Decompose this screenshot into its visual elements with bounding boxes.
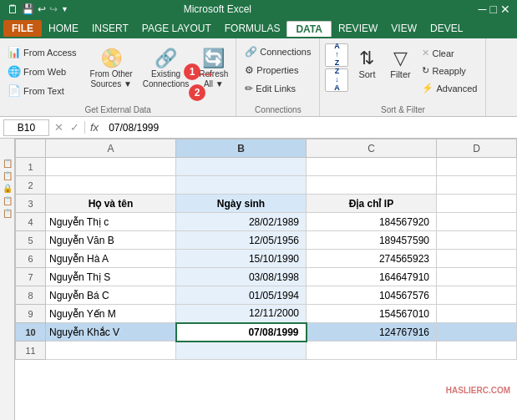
cell-c5[interactable]: 189457590 (307, 231, 437, 250)
row-num-2: 2 (16, 176, 46, 195)
cell-d9[interactable] (437, 305, 517, 323)
cell-d10[interactable] (437, 323, 517, 342)
cell-c10[interactable]: 124767916 (307, 323, 437, 342)
cell-reference-input[interactable] (3, 119, 49, 136)
connections-icon: 🔗 (245, 46, 257, 58)
sort-icon: ⇅ (359, 48, 374, 69)
reapply-button[interactable]: ↻ Reapply (418, 63, 480, 78)
strip-icon-5[interactable]: 📋 (3, 209, 13, 218)
cell-c8[interactable]: 104567576 (307, 286, 437, 305)
cell-b7[interactable]: 03/08/1998 (176, 268, 307, 286)
cell-a2[interactable] (46, 176, 176, 195)
cell-c11[interactable] (307, 342, 437, 360)
cell-b2[interactable] (176, 176, 307, 195)
cell-c6[interactable]: 274565923 (307, 250, 437, 268)
existing-connections-icon: 🔗 (155, 48, 177, 69)
from-other-sources-button[interactable]: 📀 From OtherSources ▼ (86, 43, 137, 94)
cell-b5[interactable]: 12/05/1956 (176, 231, 307, 250)
cell-a9[interactable]: Nguyễn Yến M (46, 305, 176, 323)
cell-a1[interactable] (46, 158, 176, 176)
view-menu[interactable]: VIEW (384, 21, 423, 36)
cell-b4[interactable]: 28/02/1989 (176, 213, 307, 231)
strip-icon-3[interactable]: 🔒 (3, 184, 13, 193)
review-menu[interactable]: REVIEW (332, 21, 384, 36)
clear-button[interactable]: ✕ Clear (418, 45, 480, 61)
cell-d6[interactable] (437, 250, 517, 268)
cell-c9[interactable]: 154567010 (307, 305, 437, 323)
cell-d3[interactable] (437, 195, 517, 213)
formula-fx-label: fx (84, 121, 102, 134)
from-text-icon: 📄 (8, 84, 21, 97)
row-num-4: 4 (16, 213, 46, 231)
file-menu[interactable]: FILE (3, 20, 42, 37)
cell-b3[interactable]: Ngày sinh (176, 195, 307, 213)
sort-za-button[interactable]: Z↓A (325, 68, 348, 92)
qa-dropdown-icon[interactable]: ▼ (61, 5, 68, 13)
ribbon: 📊 From Access 🌐 From Web 📄 From Text 📀 F… (0, 38, 517, 117)
cell-d2[interactable] (437, 176, 517, 195)
cell-a6[interactable]: Nguyễn Hà A (46, 250, 176, 268)
sort-button[interactable]: ⇅ Sort (352, 43, 382, 83)
cell-c1[interactable] (307, 158, 437, 176)
cell-d8[interactable] (437, 286, 517, 305)
undo-icon[interactable]: ↩ (38, 3, 46, 15)
minimize-btn[interactable]: ─ (479, 3, 487, 16)
edit-links-button[interactable]: ✏ Edit Links (241, 80, 314, 97)
table-row: 4 Nguyễn Thị c 28/02/1989 184567920 (16, 213, 517, 231)
circle-badge-2: 2 (189, 84, 205, 101)
insert-menu[interactable]: INSERT (85, 21, 135, 36)
formula-input[interactable] (105, 120, 514, 135)
strip-icon-1[interactable]: 📋 (3, 159, 13, 168)
formula-fx-icon: ✕ (53, 121, 65, 134)
cell-b9[interactable]: 12/11/2000 (176, 305, 307, 323)
maximize-btn[interactable]: □ (490, 3, 497, 16)
home-menu[interactable]: HOME (42, 21, 85, 36)
cell-c7[interactable]: 164647910 (307, 268, 437, 286)
redo-icon[interactable]: ↪ (49, 3, 58, 15)
cell-a5[interactable]: Nguyễn Văn B (46, 231, 176, 250)
cell-a10[interactable]: Nguyễn Khắc V (46, 323, 176, 342)
cell-d7[interactable] (437, 268, 517, 286)
page-layout-menu[interactable]: PAGE LAYOUT (135, 21, 218, 36)
cell-a8[interactable]: Nguyễn Bá C (46, 286, 176, 305)
cell-d4[interactable] (437, 213, 517, 231)
cell-c4[interactable]: 184567920 (307, 213, 437, 231)
cell-d11[interactable] (437, 342, 517, 360)
col-header-a[interactable]: A (46, 139, 176, 158)
col-header-b[interactable]: B (176, 139, 307, 158)
cell-a3[interactable]: Họ và tên (46, 195, 176, 213)
strip-icon-2[interactable]: 📋 (3, 171, 13, 180)
cell-b10[interactable]: 07/08/1999 (176, 323, 307, 342)
table-row: 5 Nguyễn Văn B 12/05/1956 189457590 (16, 231, 517, 250)
cell-b1[interactable] (176, 158, 307, 176)
cell-a4[interactable]: Nguyễn Thị c (46, 213, 176, 231)
cell-d5[interactable] (437, 231, 517, 250)
from-access-button[interactable]: 📊 From Access (3, 43, 81, 61)
close-btn[interactable]: ✕ (500, 3, 510, 16)
col-header-d[interactable]: D (437, 139, 517, 158)
clear-label: Clear (432, 48, 454, 58)
filter-button[interactable]: ▽ Filter (385, 43, 415, 83)
cell-a11[interactable] (46, 342, 176, 360)
sort-az-button[interactable]: A↑Z (325, 43, 348, 67)
developer-menu[interactable]: DEVEL (423, 21, 469, 36)
table-row: 10 Nguyễn Khắc V 07/08/1999 124767916 (16, 323, 517, 342)
formulas-menu[interactable]: FORMULAS (218, 21, 287, 36)
cell-c2[interactable] (307, 176, 437, 195)
cell-b6[interactable]: 15/10/1990 (176, 250, 307, 268)
data-menu[interactable]: DATA (286, 21, 332, 37)
cell-d1[interactable] (437, 158, 517, 176)
col-header-c[interactable]: C (307, 139, 437, 158)
strip-icon-4[interactable]: 📋 (3, 196, 13, 205)
cell-c3[interactable]: Địa chỉ IP (307, 195, 437, 213)
cell-b11[interactable] (176, 342, 307, 360)
cell-a7[interactable]: Nguyễn Thị S (46, 268, 176, 286)
save-icon[interactable]: 💾 (22, 3, 34, 15)
cell-b8[interactable]: 01/05/1994 (176, 286, 307, 305)
from-web-button[interactable]: 🌐 From Web (3, 63, 81, 80)
properties-button[interactable]: ⚙ Properties (241, 62, 314, 78)
reapply-icon: ↻ (422, 65, 429, 76)
advanced-button[interactable]: ⚡ Advanced (418, 80, 480, 96)
from-text-button[interactable]: 📄 From Text (3, 82, 81, 99)
connections-button[interactable]: 🔗 Connections (241, 43, 314, 60)
